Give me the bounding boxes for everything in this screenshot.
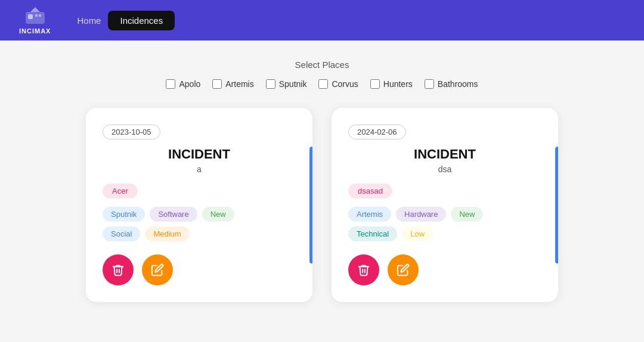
tag-1-3: Technical [348, 226, 397, 241]
main-content: Select Places Apolo Artemis Sputnik Corv… [0, 41, 644, 321]
card-actions-0 [103, 254, 296, 285]
card-title-0: INCIDENT [103, 147, 296, 162]
card-subtitle-0: a [103, 164, 296, 174]
filter-title: Select Places [24, 60, 620, 70]
edit-button-0[interactable] [142, 254, 173, 285]
checkbox-apolo[interactable] [166, 79, 175, 89]
filter-corvus[interactable]: Corvus [318, 79, 358, 89]
svg-rect-2 [35, 14, 38, 17]
delete-button-0[interactable] [103, 254, 134, 285]
incident-card-1: 2024-02-06INCIDENTdsadsasadArtemisHardwa… [332, 108, 558, 302]
filter-label-apolo: Apolo [179, 79, 200, 89]
card-date-0: 2023-10-05 [103, 125, 160, 139]
checkbox-sputnik[interactable] [266, 79, 275, 89]
logo-text: INCIMAX [19, 27, 51, 35]
filter-hunters[interactable]: Hunters [370, 79, 413, 89]
card-date-1: 2024-02-06 [348, 125, 406, 139]
cards-row: 2023-10-05INCIDENTaAcerSputnikSoftwareNe… [24, 108, 620, 302]
navbar: INCIMAX Home Incidences [0, 0, 644, 41]
tag-0-2: New [202, 207, 234, 222]
logo-icon [23, 6, 47, 26]
filter-row: Apolo Artemis Sputnik Corvus Hunters Bat… [24, 79, 620, 89]
filter-bathrooms[interactable]: Bathrooms [425, 79, 478, 89]
filter-label-hunters: Hunters [383, 79, 413, 89]
tag-1-2: New [451, 207, 483, 222]
checkbox-artemis[interactable] [212, 79, 222, 89]
svg-marker-4 [30, 7, 40, 12]
nav-incidences[interactable]: Incidences [108, 11, 175, 30]
filter-label-corvus: Corvus [332, 79, 358, 89]
checkbox-corvus[interactable] [318, 79, 328, 89]
card-subtitle-1: dsa [348, 164, 541, 174]
tag-0-3: Social [103, 226, 140, 241]
checkbox-hunters[interactable] [370, 79, 380, 89]
tag-0-4: Medium [145, 226, 189, 241]
card-primary-tag-1: dsasad [348, 184, 392, 198]
filter-artemis[interactable]: Artemis [212, 79, 253, 89]
tag-0-0: Sputnik [103, 207, 145, 222]
card-title-1: INCIDENT [348, 147, 541, 162]
card-primary-tag-0: Acer [103, 184, 138, 198]
filter-label-bathrooms: Bathrooms [438, 79, 478, 89]
checkbox-bathrooms[interactable] [425, 79, 434, 89]
tag-0-1: Software [150, 207, 197, 222]
edit-button-1[interactable] [388, 254, 419, 285]
svg-rect-1 [28, 14, 33, 19]
tag-1-0: Artemis [348, 207, 391, 222]
card-tags-row1-0: SputnikSoftwareNew [103, 207, 296, 222]
card-tags-row2-0: SocialMedium [103, 226, 296, 241]
filter-label-artemis: Artemis [225, 79, 253, 89]
svg-rect-3 [39, 14, 41, 17]
delete-button-1[interactable] [348, 254, 379, 285]
tag-1-4: Low [402, 226, 433, 241]
filter-sputnik[interactable]: Sputnik [266, 79, 307, 89]
incident-card-0: 2023-10-05INCIDENTaAcerSputnikSoftwareNe… [86, 108, 312, 302]
tag-1-1: Hardware [396, 207, 446, 222]
filter-label-sputnik: Sputnik [279, 79, 307, 89]
card-tags-row1-1: ArtemisHardwareNew [348, 207, 541, 222]
card-actions-1 [348, 254, 541, 285]
filter-apolo[interactable]: Apolo [166, 79, 200, 89]
nav-home[interactable]: Home [70, 12, 108, 29]
logo: INCIMAX [19, 6, 51, 35]
card-tags-row2-1: TechnicalLow [348, 226, 541, 241]
